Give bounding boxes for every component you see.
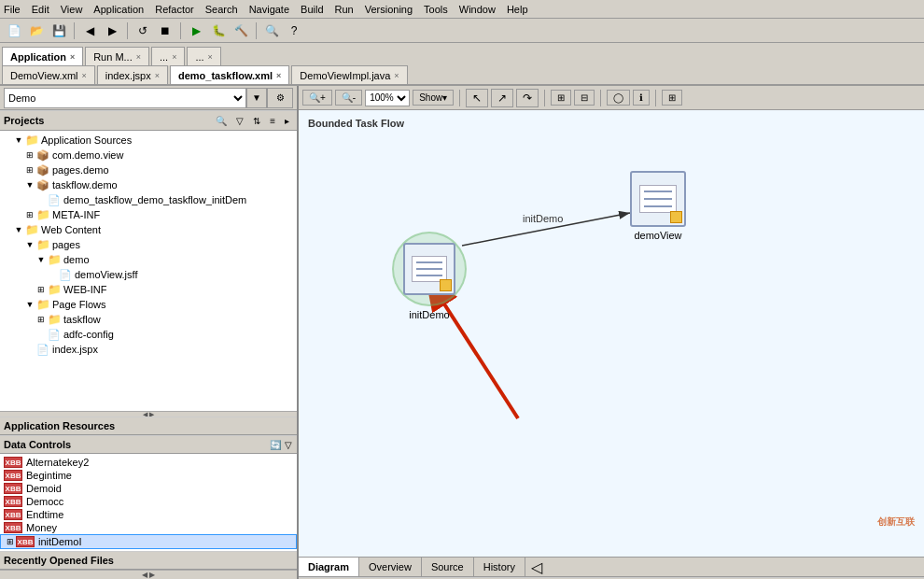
- app-tab-close[interactable]: ×: [70, 52, 75, 62]
- tree-item-indexjspx[interactable]: ▷ 📄 index.jspx: [0, 342, 297, 357]
- demo-selector-btn2[interactable]: ⚙: [267, 88, 293, 108]
- tab-diagram[interactable]: Diagram: [299, 558, 359, 576]
- tab-3[interactable]: ... ×: [151, 47, 185, 65]
- dc-alternatekey2[interactable]: XBB Alternatekey2: [0, 456, 297, 469]
- menu-application[interactable]: Application: [93, 4, 144, 15]
- menu-edit[interactable]: Edit: [32, 4, 49, 15]
- demo-selector[interactable]: Demo: [4, 88, 246, 108]
- tab-overview[interactable]: Overview: [359, 558, 422, 576]
- toolbar-stop[interactable]: ⏹: [155, 21, 175, 40]
- run-tab[interactable]: Run M... ×: [85, 47, 149, 65]
- tab-source[interactable]: Source: [422, 558, 474, 576]
- diag-circle-btn[interactable]: ◯: [607, 90, 630, 106]
- toolbar-back[interactable]: ◀: [79, 21, 100, 40]
- menu-search[interactable]: Search: [205, 4, 238, 15]
- toolbar-save[interactable]: 💾: [49, 21, 69, 40]
- expand-webinf[interactable]: ⊞: [35, 284, 47, 295]
- expand-webcontent[interactable]: ▼: [13, 224, 24, 235]
- index-jspx-close[interactable]: ×: [155, 71, 160, 80]
- tree-item-taskflowdemo[interactable]: ▼ 📦 taskflow.demo: [0, 177, 297, 192]
- diag-distribute[interactable]: ⊟: [574, 90, 595, 106]
- diag-align[interactable]: ⊞: [551, 90, 571, 106]
- projects-more-btn[interactable]: ▸: [281, 114, 293, 128]
- dc-endtime[interactable]: XBB Endtime: [0, 508, 297, 521]
- diag-info-btn[interactable]: ℹ: [633, 90, 650, 106]
- expand-metainf[interactable]: ⊞: [24, 209, 35, 220]
- toolbar-search[interactable]: 🔍: [261, 21, 282, 40]
- diag-grid-btn[interactable]: ⊞: [662, 90, 682, 106]
- menu-view[interactable]: View: [61, 4, 83, 15]
- diag-zoom-select[interactable]: 100%: [365, 90, 410, 106]
- diag-tool2[interactable]: ↗: [491, 89, 513, 107]
- diag-zoom-in[interactable]: 🔍+: [302, 90, 332, 106]
- expand-demo[interactable]: ▼: [35, 254, 47, 265]
- toolbar-build[interactable]: 🔨: [231, 21, 251, 40]
- tree-item-demo[interactable]: ▼ 📁 demo: [0, 252, 297, 267]
- dc-democc[interactable]: XBB Democc: [0, 495, 297, 508]
- tab-3-close[interactable]: ×: [172, 52, 176, 62]
- expand-pagesdemo[interactable]: ⊞: [24, 164, 35, 176]
- index-jspx-tab[interactable]: index.jspx ×: [97, 65, 168, 84]
- projects-menu-btn[interactable]: ≡: [266, 114, 279, 128]
- toolbar-help[interactable]: ?: [284, 21, 304, 40]
- projects-sort-btn[interactable]: ⇅: [249, 114, 264, 128]
- expand-pageflows[interactable]: ▼: [24, 299, 35, 310]
- menu-tools[interactable]: Tools: [424, 4, 448, 15]
- tree-item-webinf[interactable]: ⊞ 📁 WEB-INF: [0, 282, 297, 297]
- menu-navigate[interactable]: Navigate: [249, 4, 289, 15]
- expand-comdemoview[interactable]: ⊞: [24, 149, 35, 161]
- projects-filter-btn[interactable]: ▽: [232, 114, 247, 128]
- tree-item-taskflow[interactable]: ⊞ 📁 taskflow: [0, 312, 297, 327]
- menu-build[interactable]: Build: [301, 4, 323, 15]
- demo-selector-arrow[interactable]: ▼: [246, 88, 267, 108]
- demoview-xml-close[interactable]: ×: [82, 71, 87, 80]
- diag-zoom-out[interactable]: 🔍-: [335, 90, 362, 106]
- tree-item-pages[interactable]: ▼ 📁 pages: [0, 237, 297, 252]
- toolbar-open[interactable]: 📂: [26, 21, 47, 40]
- expand-taskflowdemo[interactable]: ▼: [24, 179, 35, 191]
- demoviewimpl-close[interactable]: ×: [394, 71, 399, 80]
- menu-versioning[interactable]: Versioning: [365, 4, 413, 15]
- demoview-node[interactable]: demoView: [630, 171, 686, 241]
- app-tab[interactable]: Application ×: [2, 47, 83, 65]
- expand-app-sources[interactable]: ▼: [13, 134, 24, 146]
- toolbar-new[interactable]: 📄: [4, 21, 24, 40]
- tree-item-comdemoview[interactable]: ⊞ 📦 com.demo.view: [0, 148, 297, 162]
- diag-show-btn[interactable]: Show▾: [413, 90, 454, 106]
- dc-money[interactable]: XBB Money: [0, 521, 297, 534]
- data-controls-filter-btn[interactable]: ▽: [284, 439, 293, 451]
- dc-begintime[interactable]: XBB Begintime: [0, 469, 297, 482]
- project-tree[interactable]: ▼ 📁 Application Sources ⊞ 📦 com.demo.vie…: [0, 131, 297, 411]
- menu-refactor[interactable]: Refactor: [155, 4, 194, 15]
- menu-help[interactable]: Help: [507, 4, 528, 15]
- tree-item-demoviewjsff[interactable]: ▷ 📄 demoView.jsff: [0, 267, 297, 282]
- tab-history[interactable]: History: [474, 558, 525, 576]
- toolbar-run[interactable]: ▶: [186, 21, 206, 40]
- tree-item-pagesdemo[interactable]: ⊞ 📦 pages.demo: [0, 162, 297, 177]
- demoview-xml-tab[interactable]: DemoView.xml ×: [2, 65, 95, 84]
- tree-item-app-sources[interactable]: ▼ 📁 Application Sources: [0, 133, 297, 148]
- demo-taskflow-tab[interactable]: demo_taskflow.xml ×: [170, 65, 289, 84]
- expand-pages[interactable]: ▼: [24, 239, 35, 250]
- toolbar-refresh[interactable]: ↺: [133, 21, 153, 40]
- demoviewimpl-tab[interactable]: DemoViewImpl.java ×: [291, 65, 407, 84]
- menu-file[interactable]: File: [4, 4, 21, 15]
- toolbar-forward[interactable]: ▶: [102, 21, 122, 40]
- diag-tool1[interactable]: ↖: [466, 89, 488, 107]
- tab-expand-arrow[interactable]: ◁: [525, 557, 548, 578]
- initdemo-node[interactable]: initDemo: [392, 232, 467, 320]
- dc-demoid[interactable]: XBB Demoid: [0, 482, 297, 495]
- data-controls-refresh-btn[interactable]: 🔄: [269, 439, 282, 451]
- tree-item-pageflows[interactable]: ▼ 📁 Page Flows: [0, 297, 297, 312]
- demo-taskflow-close[interactable]: ×: [276, 71, 281, 80]
- run-tab-close[interactable]: ×: [136, 52, 141, 62]
- tree-item-taskflowfile[interactable]: ▷ 📄 demo_taskflow_demo_taskflow_initDem: [0, 192, 297, 207]
- expand-taskflow[interactable]: ⊞: [35, 314, 47, 325]
- toolbar-debug[interactable]: 🐛: [208, 21, 229, 40]
- projects-search-btn[interactable]: 🔍: [212, 114, 231, 128]
- tree-item-adfcconfig[interactable]: ▷ 📄 adfc-config: [0, 327, 297, 342]
- menu-run[interactable]: Run: [335, 4, 354, 15]
- diag-tool3[interactable]: ↷: [516, 89, 539, 107]
- expand-initdemoi[interactable]: ⊞: [5, 536, 16, 547]
- dc-initdemoi[interactable]: ⊞ XBB initDemoI: [0, 534, 297, 549]
